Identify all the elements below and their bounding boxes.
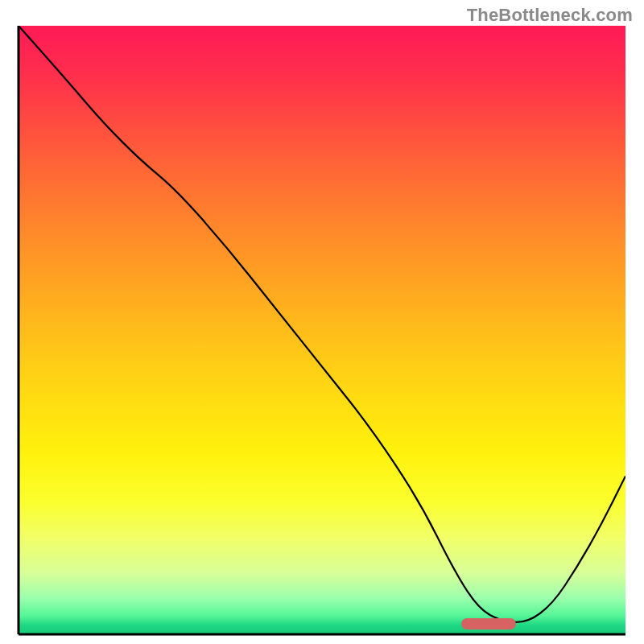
chart-stage: TheBottleneck.com	[0, 0, 644, 644]
chart-background-gradient	[19, 26, 625, 634]
chart-bottom-edge	[19, 633, 625, 634]
watermark-text: TheBottleneck.com	[467, 5, 633, 26]
optimum-range-marker	[461, 618, 516, 630]
